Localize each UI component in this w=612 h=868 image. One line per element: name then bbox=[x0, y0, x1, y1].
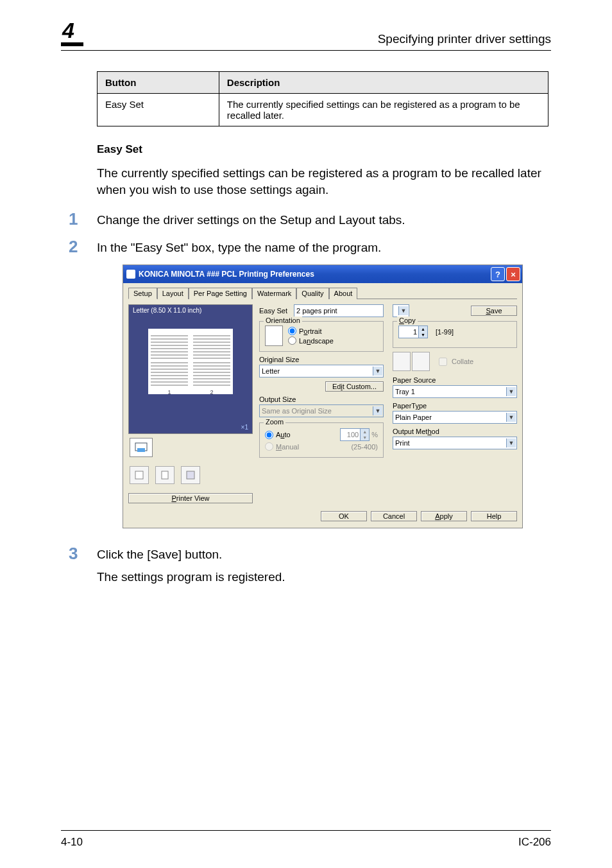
svg-rect-2 bbox=[135, 471, 143, 479]
footer-doc-code: IC-206 bbox=[518, 836, 551, 849]
ok-button[interactable]: OK bbox=[321, 511, 367, 521]
paper-icon[interactable] bbox=[130, 466, 149, 484]
td-button-desc: The currently specified settings can be … bbox=[219, 94, 548, 126]
description-table: Button Description Easy Set The currentl… bbox=[97, 71, 548, 126]
output-size-dropdown[interactable]: Same as Original Size▼ bbox=[259, 404, 384, 417]
zoom-fieldset: Zoom Auto 100▲▼ % Manual bbox=[259, 422, 384, 458]
svg-rect-4 bbox=[187, 471, 194, 479]
printing-preferences-dialog: KONICA MINOLTA ### PCL Printing Preferen… bbox=[123, 265, 523, 528]
tab-per-page-setting[interactable]: Per Page Setting bbox=[189, 288, 252, 299]
step-text-2: In the "Easy Set" box, type the name of … bbox=[97, 237, 381, 257]
tab-strip: Setup Layout Per Page Setting Watermark … bbox=[128, 287, 517, 299]
page-icon[interactable] bbox=[155, 466, 174, 484]
paper-source-dropdown[interactable]: Tray 1▼ bbox=[393, 385, 517, 398]
tab-quality[interactable]: Quality bbox=[296, 288, 328, 299]
step-number-1: 1 bbox=[69, 209, 97, 229]
orientation-fieldset: Orientation Portrait Landscape bbox=[259, 321, 384, 352]
original-size-label: Original Size bbox=[259, 356, 384, 363]
zoom-range: (25-400) bbox=[351, 443, 378, 451]
page-preview: Letter (8.50 X 11.0 inch) 1 bbox=[128, 304, 253, 434]
collate-icon-2 bbox=[412, 352, 430, 371]
edit-custom-button[interactable]: Edit Custom... bbox=[325, 381, 384, 392]
output-method-label: Output Method bbox=[393, 428, 517, 435]
copy-range: [1-99] bbox=[436, 328, 454, 336]
printer-view-button[interactable]: Printer View bbox=[128, 493, 253, 503]
step-number-2: 2 bbox=[69, 237, 97, 257]
th-button: Button bbox=[98, 72, 219, 94]
apply-button[interactable]: Apply bbox=[421, 511, 467, 521]
section-intro: The currently specified settings can be … bbox=[97, 165, 548, 198]
step-number-3: 3 bbox=[69, 544, 97, 597]
section-title: Easy Set bbox=[97, 143, 548, 156]
tab-about[interactable]: About bbox=[329, 288, 358, 299]
paper-type-dropdown[interactable]: Plain Paper▼ bbox=[393, 411, 517, 424]
paper-type-label: PaperType bbox=[393, 402, 517, 410]
step-text-1: Change the driver settings on the Setup … bbox=[97, 209, 405, 229]
orientation-legend: Orientation bbox=[264, 317, 302, 324]
save-button[interactable]: Save bbox=[471, 306, 517, 316]
copy-spinner[interactable]: 1▲▼ bbox=[398, 326, 428, 338]
th-description: Description bbox=[219, 72, 548, 94]
easy-set-label: Easy Set bbox=[259, 307, 287, 315]
app-icon bbox=[126, 270, 135, 279]
td-button-name: Easy Set bbox=[98, 94, 219, 126]
original-size-dropdown[interactable]: Letter▼ bbox=[259, 365, 384, 378]
titlebar-text: KONICA MINOLTA ### PCL Printing Preferen… bbox=[139, 270, 489, 279]
zoom-legend: Zoom bbox=[264, 418, 285, 426]
tab-layout[interactable]: Layout bbox=[157, 288, 189, 299]
easy-set-input[interactable]: 2 pages print bbox=[294, 304, 384, 317]
output-size-label: Output Size bbox=[259, 395, 384, 403]
landscape-radio[interactable]: Landscape bbox=[288, 336, 378, 345]
titlebar-close-button[interactable]: × bbox=[506, 267, 520, 281]
portrait-radio[interactable]: Portrait bbox=[288, 327, 378, 335]
step-text-3: Click the [Save] button. bbox=[97, 544, 285, 564]
paper-source-label: Paper Source bbox=[393, 376, 517, 384]
titlebar: KONICA MINOLTA ### PCL Printing Preferen… bbox=[123, 265, 522, 283]
zoom-manual-radio[interactable]: Manual (25-400) bbox=[265, 442, 378, 451]
step-result-3: The settings program is registered. bbox=[97, 570, 285, 584]
easy-set-dropdown[interactable]: ▼ bbox=[393, 304, 409, 317]
chapter-number: 4 bbox=[62, 19, 74, 41]
tab-setup[interactable]: Setup bbox=[128, 288, 157, 299]
preview-size-label: Letter (8.50 X 11.0 inch) bbox=[129, 305, 252, 316]
cancel-button[interactable]: Cancel bbox=[371, 511, 417, 521]
page-header-title: Specifying printer driver settings bbox=[378, 32, 551, 46]
collate-icon-1 bbox=[393, 352, 411, 371]
orientation-icon bbox=[265, 326, 283, 346]
collate-checkbox[interactable]: Collate bbox=[436, 356, 473, 368]
output-method-dropdown[interactable]: Print▼ bbox=[393, 437, 517, 449]
printer-icon[interactable] bbox=[130, 438, 153, 457]
help-button[interactable]: Help bbox=[471, 511, 517, 521]
titlebar-help-button[interactable]: ? bbox=[491, 267, 505, 281]
feature-icon[interactable] bbox=[181, 466, 200, 484]
footer-page-number: 4-10 bbox=[61, 836, 83, 849]
zoom-spinner[interactable]: 100▲▼ bbox=[340, 428, 370, 441]
svg-rect-3 bbox=[162, 471, 168, 479]
preview-scale: ×1 bbox=[241, 424, 248, 431]
tab-watermark[interactable]: Watermark bbox=[252, 288, 296, 299]
copy-fieldset: Copy 1▲▼ [1-99] bbox=[393, 321, 517, 348]
zoom-auto-radio[interactable]: Auto 100▲▼ % bbox=[265, 428, 378, 441]
svg-rect-1 bbox=[137, 448, 145, 452]
